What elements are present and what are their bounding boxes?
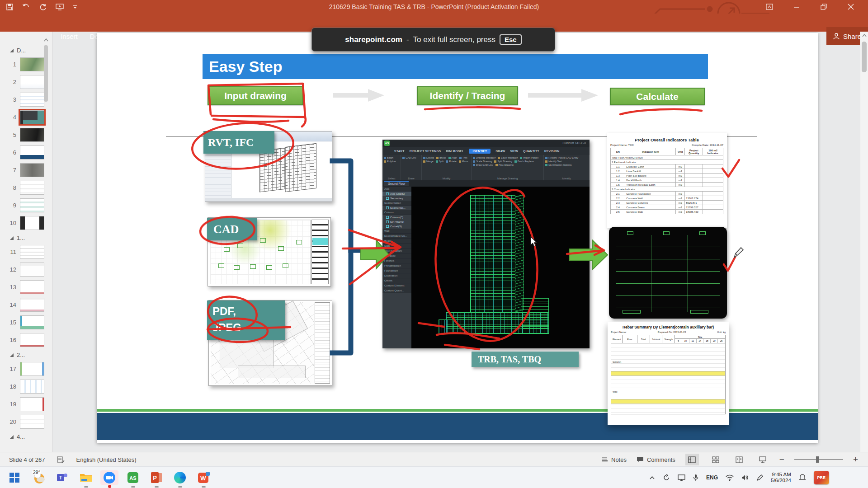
slide-number: 14 <box>8 301 16 308</box>
slide-thumbnail-7[interactable] <box>20 163 44 177</box>
zoom-out-button[interactable]: − <box>779 455 784 465</box>
app-tool-restore-picked-cad-entity: Restore Picked CAD Entity <box>545 156 578 159</box>
slide-number: 19 <box>8 401 16 408</box>
comments-button[interactable]: Comments <box>637 456 675 463</box>
rebar-drawing-lines <box>616 235 720 312</box>
slide-title-banner[interactable]: Easy Step <box>203 54 708 79</box>
rebar-summary-doc[interactable]: Rebar Summary By Element(contain auxilia… <box>608 322 729 425</box>
cubicost-app-screenshot[interactable]: AS Cubicost TAS C-II STARTPROJECT SETTIN… <box>382 140 590 348</box>
file-explorer-icon[interactable] <box>77 470 95 485</box>
zoom-app-icon[interactable] <box>100 470 118 485</box>
zoom-slider[interactable] <box>794 459 843 460</box>
zoom-slider-thumb[interactable] <box>816 456 819 463</box>
indicators-table-doc[interactable]: Project Overall Indicators Table Project… <box>607 133 727 228</box>
app-tab-draw: DRAW <box>495 150 505 153</box>
slide-thumbnail-6[interactable] <box>20 145 44 160</box>
language-status[interactable]: English (United States) <box>76 456 137 463</box>
restore-button[interactable] <box>814 0 834 14</box>
tray-pen-icon[interactable] <box>756 474 763 481</box>
close-button[interactable] <box>841 0 861 14</box>
slide-thumbnail-18[interactable] <box>20 380 44 394</box>
slide-thumbnail-8[interactable] <box>20 181 44 195</box>
slide-thumbnail-15[interactable] <box>20 315 44 329</box>
app-tab-revision: REVISION <box>544 150 559 153</box>
slideshow-view-button[interactable] <box>756 454 769 465</box>
window-title: 210629 Basic Training TAS & TRB - PowerP… <box>0 3 868 10</box>
tray-date: 5/6/2024 <box>771 478 791 483</box>
tray-language[interactable]: ENG <box>706 474 718 481</box>
slide-thumbnail-20[interactable] <box>20 415 44 429</box>
zoom-in-button[interactable]: + <box>853 455 858 465</box>
slide-thumbnail-16[interactable] <box>20 333 44 347</box>
rebar-elevation-drawing[interactable] <box>609 227 727 319</box>
tray-display-icon[interactable] <box>678 474 685 481</box>
app-sidebar-group-door-window-op: Door/Window Op... <box>382 234 411 239</box>
slide-thumbnail-11[interactable] <box>20 245 44 259</box>
pre-badge[interactable]: PRE <box>814 471 829 484</box>
app-tool-polyline: Polyline <box>384 160 396 163</box>
slide-thumbnail-2[interactable] <box>20 75 44 89</box>
app-tool-extend: Extend <box>423 156 434 159</box>
panel-scrollbar-thumb[interactable] <box>44 45 48 102</box>
teams-icon[interactable]: T <box>53 470 71 485</box>
rebar-project: Project Name: <box>611 331 627 333</box>
normal-view-button[interactable] <box>685 454 699 465</box>
slide-number: 11 <box>8 249 16 255</box>
notes-button[interactable]: Notes <box>601 456 627 463</box>
slide-thumbnail-1[interactable] <box>20 57 44 71</box>
minimize-button[interactable] <box>787 0 807 14</box>
indicators-row: 2.1Concrete Foundationm3 <box>611 192 723 196</box>
slide-thumbnail-9[interactable] <box>20 198 44 212</box>
slide-thumbnail-10[interactable] <box>20 216 44 230</box>
slide-canvas[interactable]: Easy Step Input drawing Identify / Traci… <box>97 33 818 443</box>
tag-pdf-jpeg[interactable]: PDF, JPEG <box>207 300 285 340</box>
tas-app-icon[interactable]: AS <box>124 470 142 485</box>
rebar-col-subtotal: Subtotal <box>650 335 663 343</box>
slide-thumbnail-3[interactable] <box>20 93 44 107</box>
ribbon-display-options-button[interactable] <box>760 0 779 14</box>
taskbar: 29° T AS P W <box>0 466 868 488</box>
slide-thumbnail-5[interactable] <box>20 128 44 142</box>
tray-clock[interactable]: 9:45 AM 5/6/2024 <box>771 472 791 483</box>
tray-mic-icon[interactable] <box>693 474 698 481</box>
slide-thumbnail-13[interactable] <box>20 280 44 294</box>
slide-sorter-view-button[interactable] <box>709 454 722 465</box>
editor-scrollbar[interactable] <box>860 32 868 452</box>
slide-thumbnail-4[interactable] <box>20 110 44 124</box>
spellcheck-icon[interactable] <box>57 456 65 463</box>
weather-widget[interactable]: 29° <box>29 470 50 485</box>
edge-icon[interactable] <box>171 470 189 485</box>
slide-thumbnail-19[interactable] <box>20 397 44 411</box>
tag-cad[interactable]: CAD <box>207 218 257 240</box>
step-calculate[interactable]: Calculate <box>610 88 705 105</box>
editor-scrollbar-thumb[interactable] <box>862 42 867 72</box>
step-identify-tracing[interactable]: Identify / Tracing <box>417 86 518 105</box>
step-input-drawing[interactable]: Input drawing <box>208 86 303 105</box>
tray-volume-icon[interactable] <box>741 474 749 481</box>
wps-icon[interactable]: W <box>194 470 212 485</box>
app-sidebar-group-staircase: Staircase <box>382 253 411 258</box>
powerpoint-icon[interactable]: P <box>147 470 165 485</box>
rebar-element-column: Column <box>613 361 621 363</box>
panel-scrollbar[interactable] <box>43 38 49 445</box>
app-tool-identification-options: Identification Options <box>545 164 571 166</box>
app-sidebar-item-axis-grid-s: Axis Grid(S) <box>382 192 411 196</box>
ribbon-tab-insert[interactable]: Insert <box>61 33 78 40</box>
slide-thumbnail-14[interactable] <box>20 298 44 312</box>
reading-view-button[interactable] <box>732 454 746 465</box>
tag-trb-tas-tbq[interactable]: TRB, TAS, TBQ <box>472 352 579 367</box>
tag-rvt-ifc[interactable]: RVT, IFC <box>203 131 274 154</box>
share-label: Share <box>843 33 861 40</box>
slide-thumbnail-12[interactable] <box>20 263 44 277</box>
tray-notification-icon[interactable] <box>799 474 806 481</box>
slide-counter[interactable]: Slide 4 of 267 <box>9 456 45 463</box>
esc-key-badge: Esc <box>500 34 522 45</box>
weather-temp: 29° <box>32 469 41 475</box>
app-element-sidebar: AxisAxis Grid(S)Secondary...Segmentation… <box>382 187 411 348</box>
start-button[interactable] <box>5 470 24 485</box>
slide-number: 5 <box>8 131 16 138</box>
tray-chevron-up-icon[interactable] <box>649 476 655 480</box>
slide-thumbnail-17[interactable] <box>20 362 44 376</box>
tray-wifi-icon[interactable] <box>726 474 734 481</box>
tray-sync-icon[interactable] <box>663 474 670 481</box>
